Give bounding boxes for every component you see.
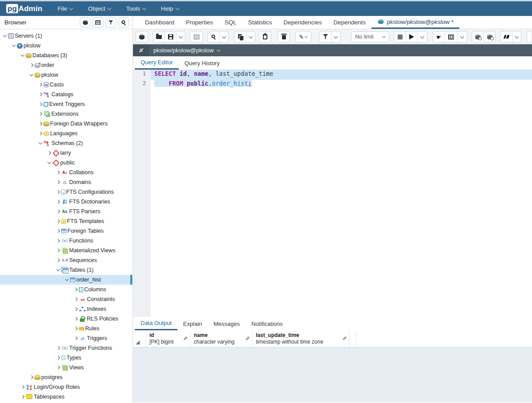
tab-notifications[interactable]: Notifications — [246, 317, 289, 330]
tree-item-larry[interactable]: larry — [0, 148, 133, 158]
tree-item-schemas-2[interactable]: Schemas (2) — [0, 138, 133, 148]
find-options-button[interactable] — [219, 31, 228, 42]
tab-query-history[interactable]: Query History — [179, 56, 225, 70]
chevron-right-icon[interactable] — [73, 288, 79, 291]
tree-item-fts-configurations[interactable]: FTS Configurations — [0, 187, 133, 197]
tree-item-functions[interactable]: {e}Functions — [0, 236, 133, 246]
chevron-right-icon[interactable] — [73, 327, 79, 330]
tree-item-postgres[interactable]: postgres — [0, 372, 133, 382]
chevron-down-icon[interactable] — [11, 44, 17, 47]
tree-item-indexes[interactable]: Indexes — [0, 304, 133, 314]
tab-dashboard[interactable]: Dashboard — [139, 16, 180, 29]
tab-query-editor[interactable]: Query Editor — [135, 56, 179, 70]
save-options-button[interactable] — [176, 31, 185, 42]
filter-button[interactable] — [320, 31, 331, 42]
select-all-corner[interactable] — [133, 330, 146, 347]
chevron-right-icon[interactable] — [55, 366, 61, 369]
chevron-right-icon[interactable] — [55, 181, 61, 184]
chevron-right-icon[interactable] — [55, 230, 61, 232]
edit-pencil-icon[interactable]: ✎ — [342, 336, 347, 342]
menu-tools[interactable]: Tools — [126, 5, 146, 12]
chevron-right-icon[interactable] — [37, 103, 43, 106]
tab-dependencies[interactable]: Dependencies — [278, 16, 328, 29]
paste-button[interactable] — [259, 31, 271, 42]
tree-item-extensions[interactable]: Extensions — [0, 109, 133, 119]
chevron-right-icon[interactable] — [73, 308, 79, 310]
rollback-button[interactable] — [484, 31, 495, 42]
search-objects-button[interactable] — [118, 17, 129, 27]
tree-item-sequences[interactable]: 1..3Sequences — [0, 255, 133, 265]
chevron-right-icon[interactable] — [37, 122, 43, 125]
chevron-right-icon[interactable] — [55, 171, 61, 174]
view-data-button[interactable] — [93, 17, 103, 27]
tree-item-triggers[interactable]: ⇄Triggers — [0, 333, 133, 343]
explain-button[interactable]: ☛ — [433, 31, 445, 42]
column-header-id[interactable]: id[PK] bigint✎ — [146, 330, 191, 347]
tree-item-types[interactable]: Types — [0, 353, 133, 363]
tree-item-foreign-tables[interactable]: Foreign Tables — [0, 226, 133, 236]
chevron-down-icon[interactable] — [28, 74, 35, 76]
tree-item-login-group-roles[interactable]: Login/Group Roles — [0, 382, 133, 392]
tree-item-servers-1[interactable]: Servers (1) — [0, 31, 133, 41]
tree-item-fts-dictionaries[interactable]: FTS Dictionaries — [0, 197, 133, 207]
tree-item-rules[interactable]: Rules — [0, 324, 133, 333]
explain-analyze-button[interactable] — [445, 31, 457, 42]
chevron-right-icon[interactable] — [28, 64, 35, 67]
menu-help[interactable]: Help — [161, 5, 179, 12]
chevron-down-icon[interactable] — [20, 54, 26, 57]
chevron-right-icon[interactable] — [20, 386, 26, 388]
refresh-tree-button[interactable] — [80, 17, 90, 27]
tab-explain[interactable]: Explain — [177, 317, 208, 330]
download-button[interactable] — [527, 31, 532, 42]
chevron-right-icon[interactable] — [20, 395, 26, 398]
delete-row-button[interactable] — [278, 31, 289, 42]
chevron-right-icon[interactable] — [55, 191, 61, 193]
chevron-right-icon[interactable] — [55, 239, 61, 242]
tree-item-languages[interactable]: Languages — [0, 129, 133, 138]
chevron-right-icon[interactable] — [55, 220, 61, 223]
tab-dependents[interactable]: Dependents — [328, 16, 372, 29]
tab-statistics[interactable]: Statistics — [243, 16, 278, 29]
open-file-button[interactable] — [153, 31, 164, 42]
tree-item-pkslow[interactable]: pkslow — [0, 41, 133, 51]
tree-item-fts-templates[interactable]: FTS Templates — [0, 216, 133, 226]
chevron-down-icon[interactable] — [37, 142, 43, 145]
chevron-right-icon[interactable] — [37, 93, 43, 96]
tab-sql[interactable]: SQL — [219, 16, 243, 29]
chevron-right-icon[interactable] — [37, 132, 43, 135]
tree-item-constraints[interactable]: ▶◀Constraints — [0, 294, 133, 304]
open-query-tool-button[interactable] — [136, 31, 148, 42]
execute-options-button[interactable] — [417, 31, 427, 42]
tree-item-catalogs[interactable]: Catalogs — [0, 90, 133, 99]
save-data-changes-button[interactable] — [190, 31, 203, 42]
tree-item-casts[interactable]: Casts — [0, 80, 133, 90]
sql-code-area[interactable]: SELECT id, name, last_update_time FROM p… — [151, 70, 532, 90]
menu-file[interactable]: File — [58, 5, 73, 12]
tree-item-event-triggers[interactable]: Event Triggers — [0, 99, 133, 109]
pgadmin-logo[interactable]: pgAdmin — [6, 4, 43, 13]
tree-item-collations[interactable]: A↓Collations — [0, 168, 133, 177]
column-header-name[interactable]: namecharacter varying✎ — [191, 330, 253, 347]
tree-item-views[interactable]: Views — [0, 363, 133, 372]
chevron-down-icon[interactable] — [55, 269, 61, 271]
commit-button[interactable] — [472, 31, 484, 42]
edit-menu-button[interactable]: ✎ — [296, 31, 311, 42]
edit-pencil-icon[interactable]: ✎ — [183, 336, 188, 342]
tree-item-order-hist[interactable]: order_hist — [0, 275, 133, 285]
chevron-right-icon[interactable] — [73, 298, 79, 301]
tab-messages[interactable]: Messages — [208, 317, 246, 330]
chevron-right-icon[interactable] — [55, 200, 61, 203]
chevron-right-icon[interactable] — [37, 113, 43, 115]
chevron-right-icon[interactable] — [55, 356, 61, 359]
save-file-button[interactable] — [164, 31, 176, 42]
tree-item-pkslow[interactable]: pkslow — [0, 70, 133, 80]
tree-item-domains[interactable]: ⌂Domains — [0, 177, 133, 187]
connection-status-cell[interactable] — [133, 44, 149, 56]
chevron-down-icon[interactable] — [64, 278, 70, 281]
connection-selector[interactable]: pkslow/pkslow@pkslow — [153, 47, 220, 54]
chevron-right-icon[interactable] — [55, 249, 61, 252]
tree-item-fts-parsers[interactable]: AaFTS Parsers — [0, 207, 133, 216]
tab-data-output[interactable]: Data Output — [135, 317, 177, 330]
chevron-right-icon[interactable] — [55, 210, 61, 213]
cancel-query-button[interactable] — [394, 31, 406, 42]
